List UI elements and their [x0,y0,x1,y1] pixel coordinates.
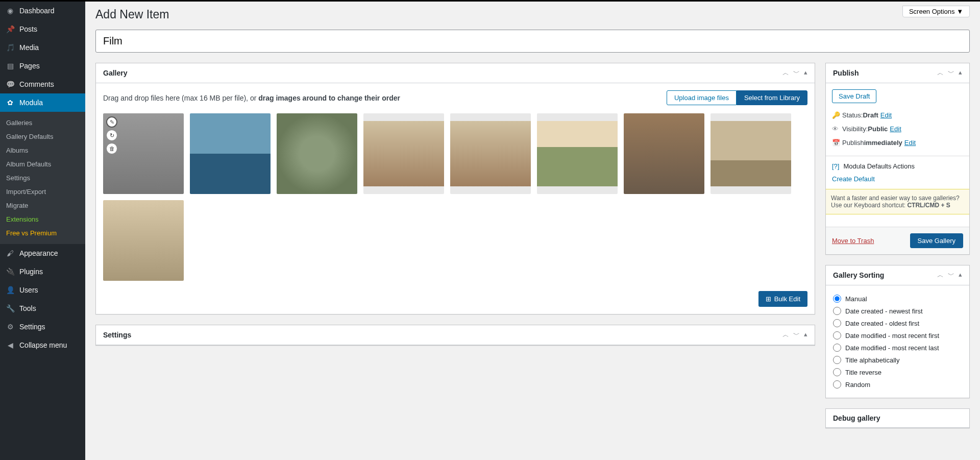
move-down-icon[interactable]: ﹀ [793,330,800,340]
page-title: Add New Item [95,2,970,30]
publish-postbox: Publish ︿ ﹀ ▴ Save Draft 🔑 Status: Draft [825,63,970,255]
modula-submenu: Galleries Gallery Defaults Albums Album … [0,112,85,244]
title-input[interactable] [95,30,970,53]
menu-collapse[interactable]: ◀Collapse menu [0,336,85,354]
edit-visibility-link[interactable]: Edit [890,125,901,133]
screen-options-button[interactable]: Screen Options ▼ [902,6,970,17]
sort-radio[interactable] [833,356,841,364]
plug-icon: 🔌 [5,267,15,277]
submenu-albums[interactable]: Albums [0,143,85,157]
sort-option[interactable]: Date modified - most recent last [833,342,962,354]
key-icon: 🔑 [832,111,842,119]
toggle-icon[interactable]: ▴ [804,68,807,78]
menu-users[interactable]: 👤Users [0,281,85,299]
publish-title: Publish [833,69,859,77]
upload-image-files-button[interactable]: Upload image files [667,90,737,105]
brush-icon: 🖌 [5,248,15,258]
gallery-thumb[interactable] [710,113,791,194]
gallery-title: Gallery [103,69,127,77]
submenu-free-vs-premium[interactable]: Free vs Premium [0,226,85,240]
gear-icon: ✿ [5,98,15,108]
dashboard-icon: ◉ [5,6,15,16]
move-down-icon[interactable]: ﹀ [948,271,954,280]
create-default-link[interactable]: Create Default [832,175,875,183]
sort-option[interactable]: Title alphabetically [833,354,962,366]
help-icon: [?] [832,162,839,170]
sorting-options: ManualDate created - newest firstDate cr… [826,285,969,398]
move-up-icon[interactable]: ︿ [937,68,944,78]
debug-gallery-postbox: Debug gallery [825,408,970,428]
defaults-actions-label: Modula Defaults Actions [843,162,914,170]
submenu-import-export[interactable]: Import/Export [0,185,85,199]
sort-option[interactable]: Random [833,378,962,391]
toggle-icon[interactable]: ▴ [959,271,962,280]
menu-posts[interactable]: 📌Posts [0,20,85,38]
settings-title: Settings [103,331,131,339]
edit-publish-link[interactable]: Edit [904,139,916,147]
comment-icon: 💬 [5,79,15,89]
upload-hint: Drag and drop files here (max 16 MB per … [103,94,400,102]
menu-appearance[interactable]: 🖌Appearance [0,244,85,262]
gallery-thumb[interactable] [103,200,184,281]
grid-icon: ⊞ [766,295,771,303]
move-down-icon[interactable]: ﹀ [793,68,800,78]
sort-radio[interactable] [833,331,841,340]
sort-radio[interactable] [833,295,841,303]
main-content: Screen Options ▼ Add New Item Gallery ︿ … [85,2,980,460]
gallery-thumb[interactable] [537,113,618,194]
menu-tools[interactable]: 🔧Tools [0,299,85,318]
toggle-icon[interactable]: ▴ [959,68,962,78]
menu-settings[interactable]: ⚙Settings [0,318,85,336]
menu-pages[interactable]: ▤Pages [0,57,85,75]
submenu-gallery-defaults[interactable]: Gallery Defaults [0,130,85,143]
shuffle-icon[interactable]: ↻ [106,130,117,141]
toggle-icon[interactable]: ▴ [804,330,807,340]
sort-option[interactable]: Date created - newest first [833,305,962,317]
user-icon: 👤 [5,285,15,295]
menu-dashboard[interactable]: ◉Dashboard [0,2,85,20]
sort-radio[interactable] [833,307,841,315]
move-to-trash-link[interactable]: Move to Trash [832,237,874,245]
submenu-migrate[interactable]: Migrate [0,199,85,212]
submenu-settings[interactable]: Settings [0,171,85,185]
eye-icon: 👁 [832,125,842,133]
sort-radio[interactable] [833,319,841,327]
bulk-edit-button[interactable]: ⊞Bulk Edit [758,291,807,307]
menu-media[interactable]: 🎵Media [0,38,85,57]
submenu-album-defaults[interactable]: Album Defaults [0,157,85,171]
sort-option[interactable]: Date modified - most recent first [833,329,962,342]
settings-postbox: Settings ︿ ﹀ ▴ [95,325,815,346]
media-icon: 🎵 [5,42,15,53]
save-gallery-button[interactable]: Save Gallery [910,233,963,248]
menu-plugins[interactable]: 🔌Plugins [0,262,85,281]
gallery-grid[interactable]: ✎ ↻ 🗑 [103,113,807,281]
submenu-extensions[interactable]: Extensions [0,212,85,226]
gallery-thumb[interactable] [363,113,444,194]
sort-option[interactable]: Manual [833,293,962,305]
edit-image-icon[interactable]: ✎ [106,116,117,128]
calendar-icon: 📅 [832,139,842,147]
gallery-thumb[interactable] [624,113,704,194]
select-from-library-button[interactable]: Select from Library [737,90,807,105]
sorting-title: Gallery Sorting [833,271,884,279]
sort-option[interactable]: Date created - oldest first [833,317,962,329]
sort-radio[interactable] [833,344,841,352]
edit-status-link[interactable]: Edit [880,111,892,119]
gallery-thumb[interactable] [190,113,271,194]
sort-radio[interactable] [833,368,841,376]
gallery-thumb[interactable] [277,113,357,194]
save-draft-button[interactable]: Save Draft [832,89,876,103]
sort-radio[interactable] [833,380,841,389]
move-down-icon[interactable]: ﹀ [948,68,954,78]
collapse-icon: ◀ [5,340,15,350]
gallery-thumb[interactable]: ✎ ↻ 🗑 [103,113,184,194]
gallery-thumb[interactable] [450,113,531,194]
trash-icon[interactable]: 🗑 [106,143,117,154]
menu-comments[interactable]: 💬Comments [0,75,85,93]
menu-modula[interactable]: ✿Modula [0,93,85,112]
sort-option[interactable]: Title reverse [833,366,962,378]
move-up-icon[interactable]: ︿ [782,68,789,78]
submenu-galleries[interactable]: Galleries [0,116,85,130]
move-up-icon[interactable]: ︿ [937,271,944,280]
move-up-icon[interactable]: ︿ [782,330,789,340]
